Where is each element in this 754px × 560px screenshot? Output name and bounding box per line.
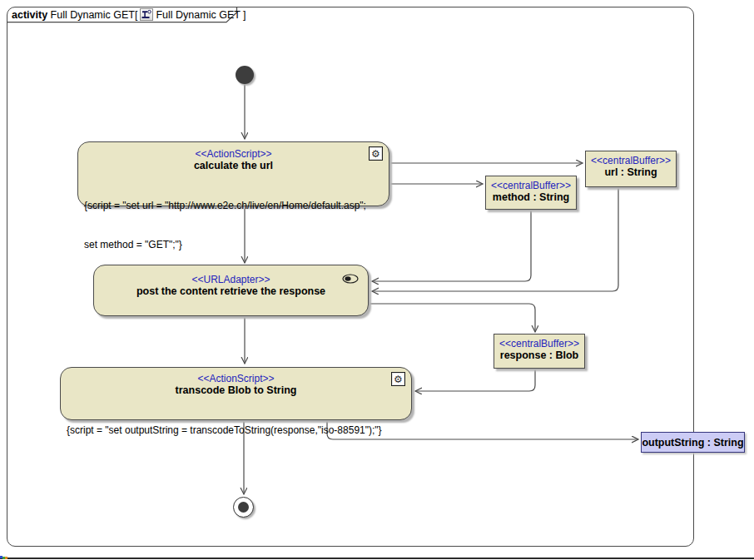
final-node-dot [238, 502, 249, 513]
stereotype-label: <<centralBuffer>> [494, 338, 584, 349]
script-line: set method = "GET";"} [84, 239, 384, 252]
central-buffer-url[interactable]: <<centralBuffer>> url : String [585, 151, 677, 187]
pixel-artifact [5, 557, 7, 559]
script-line: {script = "set outputString = transcodeT… [67, 424, 406, 438]
action-name: post the content retrieve the response [94, 285, 368, 298]
central-buffer-response[interactable]: <<centralBuffer>> response : Blob [494, 334, 585, 369]
gear-glyph: ⚙ [394, 374, 403, 384]
final-node[interactable] [233, 497, 254, 518]
action-node-calculate-url[interactable]: <<ActionScript>> calculate the url {scri… [77, 141, 389, 206]
action-node-post-content[interactable]: <<URLAdapter>> post the content retrieve… [93, 265, 369, 316]
buffer-name: url : String [586, 166, 676, 179]
connector-icon [342, 272, 360, 287]
action-node-transcode[interactable]: <<ActionScript>> transcode Blob to Strin… [60, 367, 412, 420]
edge-method-buffer-to-adapter [372, 210, 531, 281]
central-buffer-method[interactable]: <<centralBuffer>> method : String [485, 176, 577, 210]
action-name: transcode Blob to String [61, 384, 411, 397]
initial-node[interactable] [236, 66, 254, 84]
param-name: outputString : String [642, 437, 743, 448]
window-bottom-edge [0, 558, 754, 559]
stereotype-label: <<ActionScript>> [78, 148, 389, 160]
edge-response-buffer-to-transcode [415, 369, 535, 391]
stereotype-label: <<centralBuffer>> [486, 180, 576, 191]
stereotype-label: <<ActionScript>> [61, 373, 411, 384]
gear-icon: ⚙ [369, 146, 383, 161]
activity-parameter-output[interactable]: outputString : String [641, 432, 745, 453]
stereotype-label: <<centralBuffer>> [586, 155, 676, 166]
stereotype-label: <<URLAdapter>> [94, 274, 368, 285]
activity-diagram-canvas: activity Full Dynamic GET[Full Dynamic G… [0, 0, 754, 560]
script-line: {script = "set url = "http://www.e2e.ch/… [84, 200, 384, 213]
edge-adapter-to-response-buffer [369, 304, 535, 332]
buffer-name: method : String [486, 191, 576, 204]
action-name: calculate the url [78, 160, 389, 172]
gear-glyph: ⚙ [371, 149, 380, 159]
buffer-name: response : Blob [494, 349, 584, 362]
gear-icon: ⚙ [391, 372, 405, 386]
